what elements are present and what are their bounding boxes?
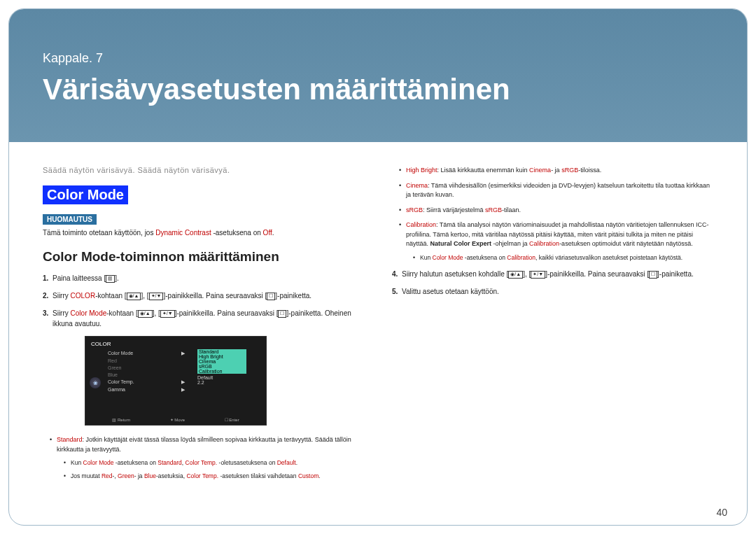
kw: Color Temp. <box>186 459 218 466</box>
t: . <box>296 459 298 466</box>
kw: Color Mode <box>433 254 463 261</box>
step-5: Valittu asetus otetaan käyttöön. <box>392 286 713 297</box>
t: -asetuksena on <box>463 254 507 261</box>
up-icon: ◉/▲ <box>127 293 141 300</box>
sub-bullet: Jos muutat Red-, Green- ja Blue-asetuksi… <box>64 472 364 481</box>
kw: Calibration <box>529 240 559 247</box>
t: ], [ <box>141 292 148 300</box>
sub-bullet: Kun Color Mode -asetuksena on Calibratio… <box>413 253 713 262</box>
step-3: Siirry Color Mode-kohtaan [◉/▲], [✦/▼]-p… <box>43 308 364 329</box>
kw: Color Mode <box>83 459 114 466</box>
t: ], [ <box>523 270 531 278</box>
note-mid: -asetuksena on <box>211 229 263 237</box>
t: -asetuksen tilaksi vaihdetaan <box>218 472 298 479</box>
t: : Siirrä värijärjestelmä <box>423 206 485 213</box>
t: ]-painikkeilla. Paina seuraavaksi [ <box>163 292 267 300</box>
down-icon: ✦/▼ <box>160 310 175 317</box>
note-text: Tämä toiminto otetaan käyttöön, jos Dyna… <box>43 229 364 237</box>
t: -tiloissa. <box>578 167 601 174</box>
t: : Lisää kirkkautta enemmän kuin <box>438 167 530 174</box>
t: ]. <box>115 274 119 282</box>
steps-list: Paina laitteessa [▥]. Siirry COLOR-kohta… <box>43 273 364 329</box>
kw: Default <box>277 459 296 466</box>
note-badge: HUOMAUTUS <box>43 214 97 225</box>
down-icon: ✦/▼ <box>149 293 164 300</box>
osd-caret: ▶ <box>181 351 185 356</box>
t: - ja <box>551 167 561 174</box>
down-icon: ✦/▼ <box>531 271 545 278</box>
t: Jos muutat <box>71 472 102 479</box>
t: Valittu asetus otetaan käyttöön. <box>402 288 499 295</box>
up-icon: ◉/▲ <box>508 271 523 278</box>
t: -, <box>113 472 118 479</box>
chapter-label: Kappale. 7 <box>43 51 713 66</box>
left-column: Säädä näytön värisävyä. Säädä näytön vär… <box>43 166 364 486</box>
osd-title: COLOR <box>91 341 260 347</box>
osd-row: Blue <box>108 372 118 377</box>
sub-bullets: Kun Color Mode -asetuksena on Standard, … <box>57 458 364 481</box>
osd-row: Color Temp. <box>108 379 134 385</box>
osd-hint: ☐ Enter <box>225 417 239 422</box>
t: ], [ <box>153 309 160 317</box>
osd-val: 2.2 <box>197 380 246 385</box>
kw: Blue <box>144 472 156 479</box>
bullet-standard: Standard: Jotkin käyttäjät eivät tässä t… <box>50 435 364 481</box>
bullet-cinema: Cinema: Tämä viihdesisällön (esimerkiksi… <box>399 181 713 200</box>
sub-bullets: Kun Color Mode -asetuksena on Calibratio… <box>406 253 713 262</box>
color-keyword: COLOR <box>71 292 96 300</box>
t: -tilaan. <box>502 206 521 213</box>
t: -asetuksia, <box>156 472 186 479</box>
t: Kun <box>71 459 83 466</box>
osd-caret: ▶ <box>181 379 185 385</box>
note-dc: Dynamic Contrast <box>155 229 211 237</box>
kw: Color Temp. <box>186 472 218 479</box>
t: -kohtaan [ <box>106 309 137 317</box>
t: : Jotkin käyttäjät eivät tässä tilassa l… <box>57 436 351 453</box>
t: Siirry halutun asetuksen kohdalle [ <box>402 270 508 278</box>
right-bullets: High Bright: Lisää kirkkautta enemmän ku… <box>392 166 713 262</box>
bullet-highbright: High Bright: Lisää kirkkautta enemmän ku… <box>399 166 713 176</box>
t: -asetuksena on <box>113 459 158 466</box>
step-1: Paina laitteessa [▥]. <box>43 273 364 283</box>
osd-hint: ✦ Move <box>170 417 185 422</box>
intro-subtitle: Säädä näytön värisävyä. Säädä näytön vär… <box>43 166 364 174</box>
note-post: . <box>272 229 274 237</box>
note-pre: Tämä toiminto otetaan käyttöön, jos <box>43 229 155 237</box>
t: ]-painikkeilla. Paina seuraavaksi [ <box>175 309 279 317</box>
kw-bold: Natural Color Expert <box>430 240 492 247</box>
t: : Tämä viihdesisällön (esimerkiksi video… <box>406 182 710 199</box>
chapter-title: Värisävyasetusten määrittäminen <box>43 73 713 106</box>
t: . <box>318 472 320 479</box>
steps-right: Siirry halutun asetuksen kohdalle [◉/▲],… <box>392 269 713 297</box>
t: - ja <box>134 472 144 479</box>
osd-val: Default <box>197 375 246 380</box>
enter-icon: ☐ <box>649 271 657 278</box>
t: -kohtaan [ <box>95 292 126 300</box>
section-badge-color-mode: Color Mode <box>43 185 128 204</box>
t: -ohjelman ja <box>491 240 529 247</box>
kw: Cinema <box>406 182 428 189</box>
kw: sRGB <box>485 206 502 213</box>
up-icon: ◉/▲ <box>138 310 153 317</box>
osd-row: Red <box>108 358 117 363</box>
sub-bullet: Kun Color Mode -asetuksena on Standard, … <box>64 458 364 468</box>
t: ]-painiketta. <box>657 270 694 278</box>
kw: High Bright <box>406 167 438 174</box>
t: Siirry <box>52 309 71 317</box>
kw: Cinema <box>529 167 551 174</box>
t: ]-painiketta. <box>275 292 312 300</box>
kw: sRGB <box>561 167 578 174</box>
osd-opt: High Bright <box>197 354 246 359</box>
osd-row: Green <box>108 365 121 370</box>
t: Siirry <box>52 292 71 300</box>
step-4: Siirry halutun asetuksen kohdalle [◉/▲],… <box>392 269 713 279</box>
t: -oletusasetuksena on <box>217 459 277 466</box>
osd-opt: Cinema <box>197 359 246 364</box>
note-off: Off <box>263 229 272 237</box>
osd-screenshot: COLOR ❀ Color Mode▶ Red Green Blue Color… <box>85 336 267 426</box>
osd-palette-icon: ❀ <box>90 377 101 388</box>
page-number: 40 <box>716 507 727 518</box>
t: ]-painikkeilla. Paina seuraavaksi [ <box>545 270 649 278</box>
kw: Calibration <box>507 254 536 261</box>
osd-selected: Standard <box>197 349 246 354</box>
